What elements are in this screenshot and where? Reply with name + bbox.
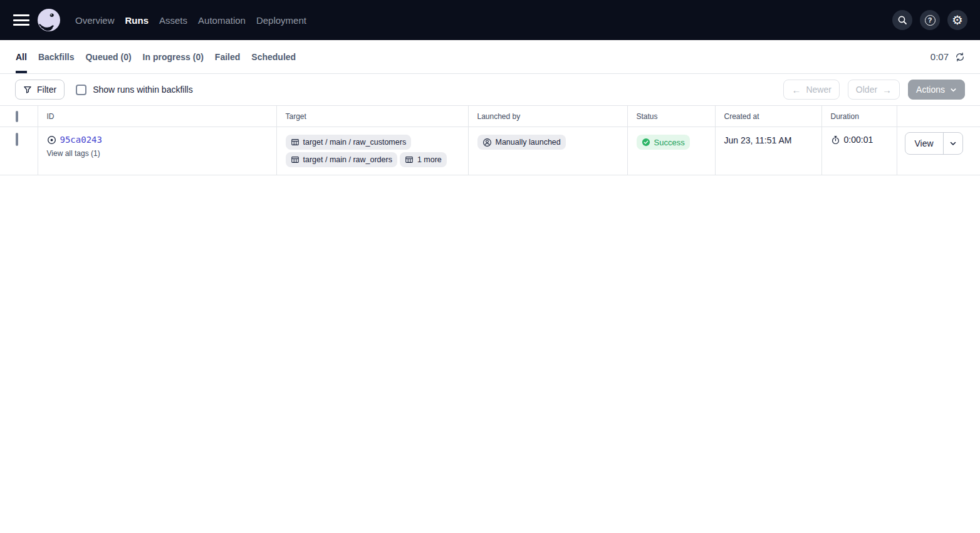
- tab-scheduled[interactable]: Scheduled: [251, 40, 296, 73]
- check-circle-icon: [642, 138, 650, 147]
- created-at-cell: Jun 23, 11:51 AM: [715, 127, 821, 175]
- column-header-launched-by: Launched by: [468, 106, 627, 127]
- newer-button[interactable]: ← Newer: [783, 80, 839, 100]
- nav-item-automation[interactable]: Automation: [198, 13, 246, 28]
- status-badge[interactable]: Success: [637, 135, 690, 150]
- more-targets-label: 1 more: [417, 155, 442, 164]
- created-at-value: Jun 23, 11:51 AM: [724, 135, 792, 145]
- run-status-dot-icon: [47, 135, 56, 145]
- filter-funnel-icon: [23, 85, 32, 94]
- table-grid-icon: [405, 155, 414, 164]
- filter-button-label: Filter: [37, 85, 56, 95]
- column-header-status: Status: [627, 106, 715, 127]
- menu-icon[interactable]: [13, 14, 29, 26]
- runs-toolbar: Filter Show runs within backfills ← Newe…: [0, 74, 980, 105]
- nav-item-deployment[interactable]: Deployment: [256, 13, 306, 28]
- chevron-down-icon: [950, 86, 957, 93]
- view-split-button: View: [905, 132, 963, 155]
- target-tag-label: target / main / raw_orders: [303, 155, 392, 164]
- column-header-duration: Duration: [821, 106, 897, 127]
- navbar-actions: ? ⚙: [892, 10, 967, 30]
- table-header-row: ID Target Launched by Status Created at …: [0, 106, 980, 127]
- search-button[interactable]: [892, 10, 912, 30]
- nav-item-assets[interactable]: Assets: [159, 13, 187, 28]
- refresh-countdown: 0:07: [930, 51, 949, 62]
- tab-all[interactable]: All: [16, 40, 27, 73]
- tab-backfills[interactable]: Backfills: [38, 40, 75, 73]
- tab-in-progress[interactable]: In progress (0): [143, 40, 204, 73]
- gear-icon: ⚙: [952, 14, 963, 26]
- target-tag[interactable]: target / main / raw_orders: [286, 152, 397, 167]
- row-checkbox[interactable]: [16, 133, 18, 146]
- newer-button-label: Newer: [806, 85, 831, 95]
- nav-item-runs[interactable]: Runs: [125, 13, 149, 28]
- column-header-id: ID: [38, 106, 276, 127]
- refresh-icon[interactable]: [955, 52, 965, 62]
- target-cell: target / main / raw_customers target / m…: [276, 127, 468, 175]
- column-header-created-at: Created at: [715, 106, 821, 127]
- column-header-target: Target: [276, 106, 468, 127]
- status-cell: Success: [627, 127, 715, 175]
- row-actions-cell: View: [897, 127, 980, 175]
- run-id-link[interactable]: 95ca0243: [60, 135, 102, 145]
- view-dropdown-button[interactable]: [943, 133, 962, 154]
- table-row: 95ca0243 View all tags (1) target / main…: [0, 127, 980, 175]
- runs-table: ID Target Launched by Status Created at …: [0, 105, 980, 175]
- primary-nav: Overview Runs Assets Automation Deployme…: [75, 13, 306, 28]
- help-button[interactable]: ?: [920, 10, 940, 30]
- more-targets-tag[interactable]: 1 more: [400, 152, 447, 167]
- older-button-label: Older: [856, 85, 877, 95]
- run-id-cell: 95ca0243 View all tags (1): [38, 127, 276, 175]
- show-backfills-label[interactable]: Show runs within backfills: [93, 85, 193, 95]
- select-all-checkbox[interactable]: [16, 111, 18, 122]
- top-navbar: Overview Runs Assets Automation Deployme…: [0, 0, 980, 40]
- tab-failed[interactable]: Failed: [215, 40, 240, 73]
- filter-button[interactable]: Filter: [15, 80, 65, 100]
- refresh-area: 0:07: [930, 40, 965, 73]
- pagination-actions: ← Newer Older → Actions: [783, 80, 965, 100]
- column-header-actions: [897, 106, 980, 127]
- target-tag[interactable]: target / main / raw_customers: [286, 135, 412, 150]
- launched-by-tag[interactable]: Manually launched: [477, 135, 566, 150]
- tab-queued[interactable]: Queued (0): [85, 40, 131, 73]
- older-button[interactable]: Older →: [848, 80, 900, 100]
- settings-button[interactable]: ⚙: [947, 10, 967, 30]
- nav-item-overview[interactable]: Overview: [75, 13, 115, 28]
- help-icon: ?: [925, 15, 936, 26]
- duration-cell: 0:00:01: [821, 127, 897, 175]
- show-backfills-checkbox[interactable]: [76, 85, 86, 95]
- actions-button-label: Actions: [916, 85, 945, 95]
- search-icon: [897, 15, 907, 25]
- dagster-logo-icon[interactable]: [38, 9, 60, 31]
- arrow-left-icon: ←: [791, 85, 801, 95]
- view-button[interactable]: View: [905, 133, 943, 154]
- duration-value: 0:00:01: [844, 135, 873, 145]
- table-grid-icon: [291, 138, 300, 147]
- table-grid-icon: [291, 155, 300, 164]
- status-label: Success: [654, 138, 685, 147]
- chevron-down-icon: [949, 140, 957, 147]
- launched-by-cell: Manually launched: [468, 127, 627, 175]
- show-backfills-toggle: Show runs within backfills: [76, 85, 193, 95]
- runs-tabs-bar: All Backfills Queued (0) In progress (0)…: [0, 40, 980, 74]
- user-icon: [482, 138, 492, 147]
- target-tag-label: target / main / raw_customers: [303, 138, 407, 147]
- stopwatch-icon: [831, 135, 840, 145]
- view-all-tags-link[interactable]: View all tags (1): [47, 149, 268, 158]
- actions-button[interactable]: Actions: [908, 80, 965, 100]
- launched-by-label: Manually launched: [496, 138, 561, 147]
- arrow-right-icon: →: [882, 85, 892, 95]
